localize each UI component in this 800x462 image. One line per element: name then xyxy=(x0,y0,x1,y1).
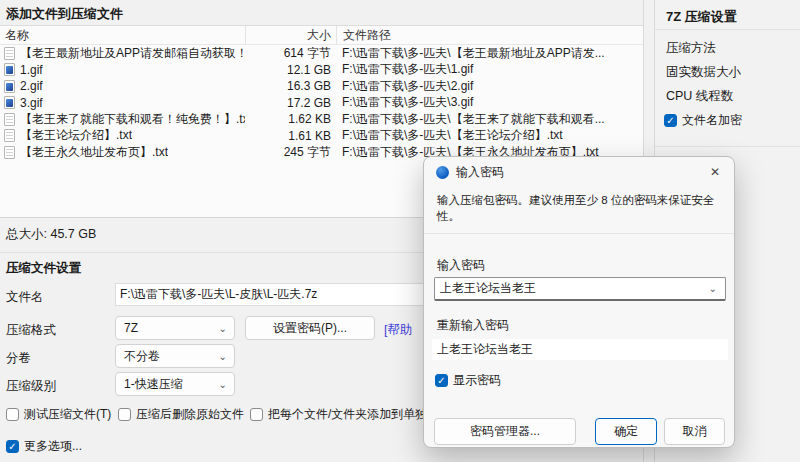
table-row[interactable]: 【老王最新地址及APP请发邮箱自动获取！！！ ... 614 字节 F:\迅雷下… xyxy=(0,45,643,62)
divider xyxy=(655,29,800,30)
checkbox-box[interactable]: ✓ xyxy=(6,440,19,453)
check-icon: ✓ xyxy=(666,116,674,126)
checkbox-box[interactable]: ✓ xyxy=(118,408,131,421)
format-label: 压缩格式 xyxy=(6,322,56,339)
sidebar-item-method: 压缩方法 xyxy=(666,40,716,57)
file-name: 【老王最新地址及APP请发邮箱自动获取！！！ ... xyxy=(20,45,245,62)
confirm-password-label: 重新输入密码 xyxy=(437,317,509,334)
txt-file-icon xyxy=(4,113,15,126)
file-size: 1.62 KB xyxy=(245,112,336,126)
filename-label: 文件名 xyxy=(6,289,44,306)
table-row[interactable]: 2.gif 16.3 GB F:\迅雷下载\多-匹夫\2.gif xyxy=(0,78,643,95)
dialog-description: 输入压缩包密码。建议使用至少 8 位的密码来保证安全性。 xyxy=(437,193,725,224)
chevron-down-icon: ⌄ xyxy=(219,351,234,362)
dialog-title: 输入密码 xyxy=(456,164,504,181)
sidebar-item-cpu-threads: CPU 线程数 xyxy=(666,88,733,105)
encrypt-filenames-checkbox[interactable]: ✓ 文件名加密 xyxy=(664,112,742,129)
level-label: 压缩级别 xyxy=(6,378,56,395)
table-row[interactable]: 3.gif 17.2 GB F:\迅雷下载\多-匹夫\3.gif xyxy=(0,95,643,112)
separate-archives-checkbox[interactable]: ✓ 把每个文件/文件夹添加到单独 xyxy=(250,406,427,423)
file-path: F:\迅雷下载\多-匹夫\1.gif xyxy=(336,61,643,78)
check-icon: ✓ xyxy=(437,376,445,386)
archive-dialog-window: 添加文件到压缩文件 名称 大小 文件路径 【老王最新地址及APP请发邮箱自动获取… xyxy=(0,0,800,462)
table-row[interactable]: 【老王来了就能下载和观看！纯免费！】.txt 1.62 KB F:\迅雷下载\多… xyxy=(0,111,643,128)
help-link[interactable]: [帮助 xyxy=(384,322,412,339)
show-password-checkbox[interactable]: ✓ 显示密码 xyxy=(435,372,501,389)
file-path: F:\迅雷下载\多-匹夫\3.gif xyxy=(336,94,643,111)
divider xyxy=(424,233,734,234)
level-select[interactable]: 1-快速压缩 ⌄ xyxy=(115,372,235,396)
check-icon: ✓ xyxy=(8,442,16,452)
column-header-name[interactable]: 名称 xyxy=(0,26,245,45)
password-dialog-icon xyxy=(436,166,449,179)
set-password-button[interactable]: 设置密码(P)... xyxy=(245,316,375,340)
file-size: 1.61 KB xyxy=(245,129,336,143)
txt-file-icon xyxy=(4,146,15,159)
total-size-label: 总大小: 45.7 GB xyxy=(6,226,96,243)
table-row[interactable]: 【老王论坛介绍】.txt 1.61 KB F:\迅雷下载\多-匹夫\【老王论坛介… xyxy=(0,128,643,145)
checkbox-box[interactable]: ✓ xyxy=(250,408,263,421)
cancel-button[interactable]: 取消 xyxy=(664,418,725,445)
delete-after-checkbox[interactable]: ✓ 压缩后删除原始文件 xyxy=(118,406,244,423)
chevron-down-icon: ⌄ xyxy=(709,283,725,294)
gif-file-icon xyxy=(4,80,15,93)
file-size: 245 字节 xyxy=(245,144,336,161)
test-archive-checkbox[interactable]: ✓ 测试压缩文件(T) xyxy=(6,406,111,423)
dialog-titlebar: 输入密码 ✕ xyxy=(424,157,734,187)
file-path: F:\迅雷下载\多-匹夫\【老王来了就能下载和观看... xyxy=(336,111,643,128)
checkbox-box[interactable]: ✓ xyxy=(6,408,19,421)
file-name: 1.gif xyxy=(20,63,43,77)
ok-button[interactable]: 确定 xyxy=(595,418,657,445)
file-name: 3.gif xyxy=(20,96,43,110)
file-name: 【老王永久地址发布页】.txt xyxy=(20,144,168,161)
volume-label: 分卷 xyxy=(6,350,31,367)
window-title: 添加文件到压缩文件 xyxy=(6,5,123,23)
more-options-checkbox[interactable]: ✓ 更多选项... xyxy=(6,438,82,455)
gif-file-icon xyxy=(4,96,15,109)
file-name: 【老王论坛介绍】.txt xyxy=(20,127,132,144)
file-name: 2.gif xyxy=(20,79,43,93)
password-dialog: 输入密码 ✕ 输入压缩包密码。建议使用至少 8 位的密码来保证安全性。 输入密码… xyxy=(423,156,735,448)
table-row[interactable]: 1.gif 12.1 GB F:\迅雷下载\多-匹夫\1.gif xyxy=(0,62,643,79)
file-name: 【老王来了就能下载和观看！纯免费！】.txt xyxy=(20,111,245,128)
checkbox-box[interactable]: ✓ xyxy=(664,114,677,127)
close-icon[interactable]: ✕ xyxy=(706,163,724,181)
volume-select[interactable]: 不分卷 ⌄ xyxy=(115,344,235,368)
format-select[interactable]: 7Z ⌄ xyxy=(115,316,235,340)
sidebar-title: 7Z 压缩设置 xyxy=(666,8,737,26)
file-size: 12.1 GB xyxy=(245,63,336,77)
settings-section-title: 压缩文件设置 xyxy=(6,260,81,277)
chevron-down-icon: ⌄ xyxy=(219,379,234,390)
file-size: 17.2 GB xyxy=(245,96,336,110)
txt-file-icon xyxy=(4,47,15,60)
file-size: 16.3 GB xyxy=(245,79,336,93)
divider xyxy=(655,146,800,147)
confirm-password-input[interactable]: 上老王论坛当老王 xyxy=(432,339,728,360)
column-header-path[interactable]: 文件路径 xyxy=(336,26,643,45)
file-path: F:\迅雷下载\多-匹夫\【老王论坛介绍】.txt xyxy=(336,127,643,144)
chevron-down-icon: ⌄ xyxy=(219,323,234,334)
gif-file-icon xyxy=(4,63,15,76)
file-path: F:\迅雷下载\多-匹夫\2.gif xyxy=(336,78,643,95)
password-input[interactable]: 上老王论坛当老王 ⌄ xyxy=(434,277,726,301)
txt-file-icon xyxy=(4,129,15,142)
password-label: 输入密码 xyxy=(437,257,485,274)
password-manager-button[interactable]: 密码管理器... xyxy=(434,418,576,445)
sidebar-item-solid-size: 固实数据大小 xyxy=(666,64,741,81)
file-list-header: 名称 大小 文件路径 xyxy=(0,26,643,45)
checkbox-box[interactable]: ✓ xyxy=(435,374,448,387)
column-header-size[interactable]: 大小 xyxy=(245,26,336,45)
file-path: F:\迅雷下载\多-匹夫\【老王最新地址及APP请发... xyxy=(336,45,643,62)
file-size: 614 字节 xyxy=(245,45,336,62)
